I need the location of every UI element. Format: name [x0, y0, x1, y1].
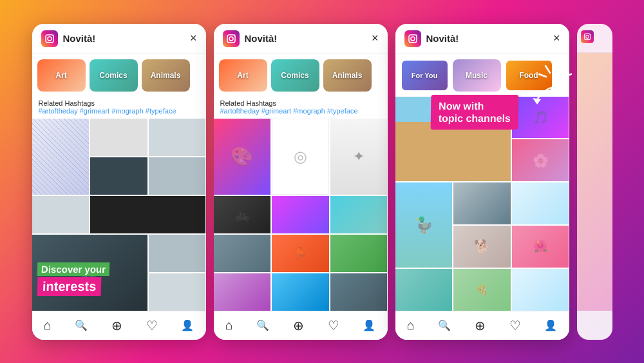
- nav-home-2[interactable]: ⌂: [225, 318, 233, 333]
- grid-cell: [330, 273, 388, 311]
- nav-home[interactable]: ⌂: [44, 318, 52, 333]
- grid-cell: [32, 119, 90, 195]
- grid-cell: [90, 157, 147, 195]
- svg-point-11: [415, 34, 417, 35]
- header-left-1: Novità!: [41, 30, 96, 47]
- partial-card-right: [577, 24, 612, 340]
- close-button-3[interactable]: ×: [553, 32, 560, 45]
- grid-cell: 🎵: [512, 97, 569, 139]
- category-comics-2[interactable]: Comics: [271, 59, 319, 92]
- header-left-3: Novità!: [404, 30, 459, 47]
- grid-cell: [330, 196, 388, 233]
- grid-cell: ◎: [272, 119, 329, 195]
- category-animals-1[interactable]: Animals: [142, 59, 190, 92]
- header-left-2: Novità!: [223, 30, 278, 47]
- phone-card-3: Novità! × For You Music Food: [395, 24, 569, 340]
- grid-cell: [512, 269, 569, 311]
- hashtags-2: Related Hashtags #artoftheday #grimeart …: [214, 97, 388, 119]
- nav-search[interactable]: 🔍: [75, 319, 88, 331]
- close-button-2[interactable]: ×: [372, 32, 379, 45]
- nav-add[interactable]: ⊕: [111, 318, 122, 333]
- nav-heart[interactable]: ♡: [146, 318, 158, 333]
- card1-wrapper: Novità! × Art Comics Animals: [32, 24, 206, 340]
- grid-cell: ✦: [330, 119, 388, 195]
- header-1: Novità! ×: [32, 24, 206, 54]
- nav-heart-3[interactable]: ♡: [509, 318, 521, 333]
- category-animals-2[interactable]: Animals: [323, 59, 372, 92]
- header-3: Novità! ×: [395, 24, 569, 54]
- grid-cell: [149, 273, 206, 311]
- nav-home-3[interactable]: ⌂: [407, 318, 415, 333]
- grid-cell: [149, 235, 206, 272]
- bottom-nav-3: ⌂ 🔍 ⊕ ♡ 👤: [395, 311, 569, 340]
- category-art-2[interactable]: Art: [219, 59, 267, 92]
- instagram-icon-3: [404, 30, 421, 47]
- category-foryou[interactable]: For You: [401, 59, 449, 92]
- svg-rect-0: [41, 30, 58, 47]
- header-title-1: Novità!: [63, 33, 96, 44]
- bottom-nav-2: ⌂ 🔍 ⊕ ♡ 👤: [214, 311, 388, 340]
- grid-cell: [90, 196, 205, 233]
- nav-search-3[interactable]: 🔍: [438, 319, 451, 331]
- svg-rect-4: [223, 30, 240, 47]
- grid-cell: 🏃: [272, 235, 329, 272]
- category-music[interactable]: Music: [453, 59, 501, 92]
- grid-cell: [149, 119, 206, 156]
- card2-wrapper: Novità! × Art Comics Animals: [214, 24, 388, 340]
- header-title-2: Novità!: [245, 33, 278, 44]
- grid-cell: [272, 273, 329, 311]
- nav-add-3[interactable]: ⊕: [475, 318, 486, 333]
- category-art-1[interactable]: Art: [37, 59, 86, 92]
- nav-profile[interactable]: 👤: [181, 319, 194, 331]
- grid-cell: 🌸: [512, 139, 569, 181]
- category-row-1: Art Comics Animals: [32, 54, 206, 97]
- bottom-nav-1: ⌂ 🔍 ⊕ ♡ 👤: [32, 311, 206, 340]
- grid-cell: [214, 273, 271, 311]
- instagram-icon: [41, 30, 58, 47]
- category-row-3: For You Music Food: [395, 54, 569, 97]
- grid-cell: [512, 182, 569, 224]
- instagram-icon-2: [223, 30, 240, 47]
- nav-profile-2[interactable]: 👤: [363, 319, 375, 331]
- phone-card-2: Novità! × Art Comics Animals: [214, 24, 388, 340]
- grid-cell: [395, 97, 511, 182]
- grid-cell: 🏚: [32, 235, 147, 311]
- close-button-1[interactable]: ×: [190, 32, 197, 45]
- photo-grid-3: 🎵 🌸 🦆 🐕 🌺 🍕: [395, 97, 569, 311]
- grid-cell: 🚲: [214, 196, 271, 233]
- grid-cell: [214, 235, 271, 272]
- phone-card-1: Novità! × Art Comics Animals: [32, 24, 206, 340]
- grid-cell: 🐕: [453, 226, 511, 268]
- instagram-icon-partial: [581, 30, 594, 43]
- svg-point-7: [234, 34, 235, 35]
- category-comics-1[interactable]: Comics: [90, 59, 138, 92]
- category-row-2: Art Comics Animals: [214, 54, 388, 97]
- grid-cell: [395, 269, 453, 311]
- svg-rect-8: [404, 30, 421, 47]
- category-food[interactable]: Food: [505, 59, 553, 92]
- grid-cell: 🌺: [512, 226, 569, 268]
- card3-wrapper: Novità! × For You Music Food: [395, 24, 569, 340]
- grid-cell: [330, 235, 388, 272]
- grid-cell: 🎨: [214, 119, 271, 195]
- nav-search-2[interactable]: 🔍: [256, 319, 269, 331]
- grid-cell: [149, 157, 206, 195]
- grid-cell: [90, 119, 147, 156]
- photo-grid-1: 🏚: [32, 119, 206, 311]
- grid-cell: [272, 196, 329, 233]
- nav-heart-2[interactable]: ♡: [328, 318, 339, 333]
- grid-cell: 🍕: [453, 269, 511, 311]
- svg-rect-18: [581, 30, 594, 43]
- grid-cell: 🦆: [395, 182, 453, 268]
- grid-cell: [453, 182, 511, 224]
- svg-point-3: [52, 34, 53, 35]
- header-title-3: Novità!: [426, 33, 459, 44]
- partial-header: [577, 24, 612, 53]
- header-2: Novità! ×: [214, 24, 388, 54]
- nav-profile-3[interactable]: 👤: [544, 319, 557, 331]
- grid-cell: [32, 196, 90, 233]
- photo-grid-2: 🎨 ◎ ✦ 🚲 🏃: [214, 119, 388, 311]
- hashtags-1: Related Hashtags #artoftheday #grimeart …: [32, 97, 206, 119]
- nav-add-2[interactable]: ⊕: [293, 318, 304, 333]
